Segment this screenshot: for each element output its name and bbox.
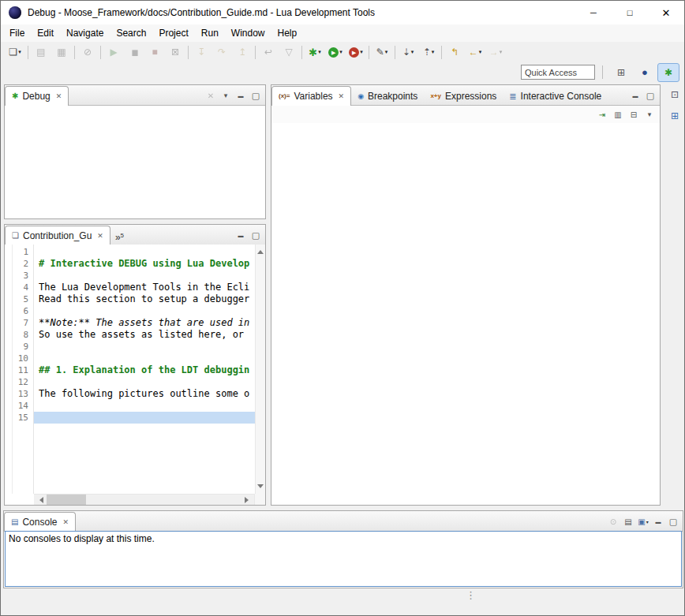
- line-number: 6: [5, 305, 33, 317]
- minimize-button[interactable]: ▬: [234, 88, 248, 103]
- editor-tab-overflow-button[interactable]: »5: [110, 230, 129, 245]
- tab-interactive-console[interactable]: ≣ Interactive Console: [503, 88, 608, 105]
- scroll-right-arrow[interactable]: [242, 495, 254, 506]
- tab-close-button[interactable]: ✕: [56, 92, 62, 100]
- last-edit-location-button[interactable]: ↰: [444, 43, 465, 61]
- workspace: ✱ Debug ✕ ✕▾▬▢ (x)= Variables: [1, 82, 684, 615]
- minimize-button[interactable]: ▬: [234, 228, 248, 242]
- save-all-button[interactable]: ▦: [51, 43, 72, 61]
- menu-item[interactable]: Edit: [31, 24, 60, 42]
- tab-breakpoints[interactable]: ◉ Breakpoints: [351, 88, 424, 105]
- menu-item[interactable]: Run: [195, 24, 225, 42]
- step-into-button[interactable]: ↧: [191, 43, 211, 61]
- view-menu-button[interactable]: ▾: [642, 107, 657, 121]
- minimize-button[interactable]: ▬: [651, 514, 665, 528]
- step-over-button[interactable]: ↷: [211, 43, 232, 61]
- run-button[interactable]: ▶: [325, 43, 346, 61]
- use-step-filters-button[interactable]: ▽: [279, 43, 299, 61]
- view-menu-button[interactable]: ▾: [219, 88, 233, 103]
- outline-view-button[interactable]: ⊞: [667, 108, 683, 124]
- variables-view-header: (x)= Variables ✕ ◉ Breakpoints x+y: [271, 85, 660, 106]
- maximize-window-button[interactable]: □: [612, 1, 648, 24]
- code-line: 12: [5, 376, 255, 388]
- menu-item[interactable]: Window: [225, 24, 271, 42]
- scrollbar-corner: [254, 494, 265, 505]
- maximize-button[interactable]: ▢: [249, 228, 263, 242]
- tab-label: Contribution_Gu: [23, 230, 92, 241]
- drop-to-frame-button[interactable]: ↩: [258, 43, 279, 61]
- editor-vertical-scrollbar[interactable]: [255, 245, 265, 494]
- maximize-button[interactable]: ▢: [643, 88, 657, 103]
- tab-close-button[interactable]: ✕: [62, 518, 69, 526]
- maximize-button[interactable]: ▢: [249, 88, 263, 103]
- toolbar-separator: [255, 46, 256, 59]
- pin-console-button[interactable]: ⊙: [606, 514, 620, 528]
- menu-item[interactable]: Search: [110, 24, 152, 42]
- toolbar-separator: [188, 46, 189, 59]
- next-annotation-button[interactable]: ⇣: [398, 43, 418, 61]
- tab-console[interactable]: ▤ Console ✕: [4, 512, 76, 532]
- horizontal-scrollbar-thumb[interactable]: [47, 495, 86, 505]
- tab-contribution-guide[interactable]: ❏ Contribution_Gu ✕: [5, 226, 110, 245]
- tab-label: Interactive Console: [521, 91, 602, 102]
- interactive-console-icon: ≣: [509, 92, 516, 101]
- minimize-window-button[interactable]: ─: [575, 1, 612, 24]
- editor-code-area[interactable]: 1 2 # Interactive DEBUG using Lua Develo…: [5, 245, 255, 494]
- maximize-button[interactable]: ▢: [666, 514, 680, 528]
- minimize-button[interactable]: ▬: [628, 88, 642, 103]
- menu-item[interactable]: Help: [271, 24, 304, 42]
- toolbar-separator: [74, 46, 75, 59]
- line-text: Read this section to setup a debugger: [33, 293, 255, 305]
- menu-item[interactable]: File: [3, 24, 31, 42]
- trim-drag-handle[interactable]: ⋮: [466, 590, 476, 600]
- menubar: FileEditNavigateSearchProjectRunWindowHe…: [1, 24, 684, 42]
- step-return-button[interactable]: ↥: [232, 43, 253, 61]
- menu-item[interactable]: Navigate: [60, 24, 110, 42]
- code-line: 3: [5, 270, 255, 282]
- back-button[interactable]: ←: [465, 43, 485, 61]
- editor-view: ❏ Contribution_Gu ✕ »5 ▬▢: [4, 224, 266, 506]
- new-button[interactable]: ❏: [5, 43, 25, 61]
- tab-close-button[interactable]: ✕: [339, 92, 345, 100]
- debug-button[interactable]: ✱: [305, 43, 325, 61]
- tab-variables[interactable]: (x)= Variables ✕: [271, 86, 351, 106]
- collapse-all-button[interactable]: ⊟: [627, 107, 641, 121]
- skip-all-breakpoints-button[interactable]: ⊘: [77, 43, 98, 61]
- code-line: 6: [5, 305, 255, 317]
- resume-button[interactable]: ▶: [103, 43, 124, 61]
- scroll-left-arrow[interactable]: [34, 495, 46, 506]
- restore-view-button[interactable]: ⊡: [667, 87, 683, 103]
- editor-horizontal-scrollbar[interactable]: [34, 494, 254, 505]
- save-button[interactable]: ▤: [31, 43, 51, 61]
- show-logical-structures-button[interactable]: ⇥: [595, 107, 609, 121]
- scroll-up-arrow[interactable]: [257, 247, 264, 254]
- open-console-button[interactable]: ▣: [636, 514, 650, 528]
- quick-access-input[interactable]: [521, 65, 595, 80]
- line-text: # Interactive DEBUG using Lua Develop: [33, 258, 255, 270]
- search-button[interactable]: ✎: [372, 43, 392, 61]
- forward-button[interactable]: →: [485, 43, 506, 61]
- tab-debug[interactable]: ✱ Debug ✕: [5, 86, 69, 106]
- suspend-button[interactable]: ▮▮: [124, 43, 144, 61]
- remove-all-terminated-button[interactable]: ✕: [204, 88, 218, 103]
- menu-item[interactable]: Project: [152, 24, 194, 42]
- line-number: 14: [5, 400, 33, 412]
- line-number: 10: [5, 353, 33, 364]
- code-line: 13 The following pictures outline some o: [5, 388, 255, 400]
- display-selected-console-button[interactable]: ▤: [621, 514, 635, 528]
- toolbar-separator: [100, 46, 101, 59]
- disconnect-button[interactable]: ⊠: [165, 43, 185, 61]
- show-columns-button[interactable]: ▥: [611, 107, 625, 121]
- open-perspective-button[interactable]: ⊞: [610, 63, 632, 82]
- tab-expressions[interactable]: x+y Expressions: [424, 88, 503, 105]
- console-view-header: ▤ Console ✕ ⊙▤▣▬▢: [4, 511, 683, 532]
- debug-perspective-button[interactable]: ✱: [657, 63, 679, 82]
- close-window-button[interactable]: ✕: [648, 1, 684, 24]
- external-tools-button[interactable]: ▶: [346, 43, 366, 61]
- ldt-perspective-button[interactable]: ●: [634, 63, 656, 82]
- toolbar-separator: [301, 46, 302, 59]
- previous-annotation-button[interactable]: ⇡: [418, 43, 439, 61]
- scroll-down-arrow[interactable]: [257, 484, 264, 491]
- terminate-button[interactable]: ■: [144, 43, 165, 61]
- tab-close-button[interactable]: ✕: [97, 232, 103, 240]
